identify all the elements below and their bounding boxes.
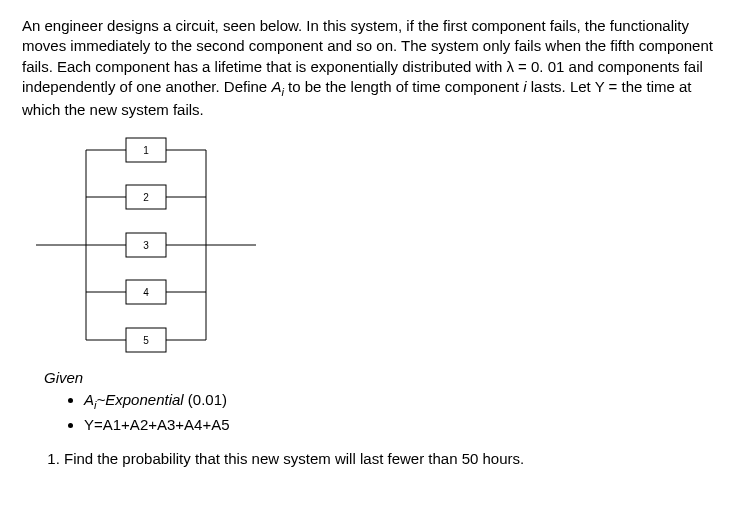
circuit-svg: 1 2 3 4 5 <box>36 130 256 360</box>
problem-text-part: to be the length of time component <box>284 78 523 95</box>
given-item: Y=A1+A2+A3+A4+A5 <box>84 415 723 435</box>
given-block: Given Ai~Exponential (0.01) Y=A1+A2+A3+A… <box>44 368 723 435</box>
given-item: Ai~Exponential (0.01) <box>84 390 723 413</box>
var-A: A <box>271 78 281 95</box>
question-list: Find the probability that this new syste… <box>44 449 723 469</box>
given-Y: Y=A1+A2+A3+A4+A5 <box>84 416 230 433</box>
circuit-diagram: 1 2 3 4 5 <box>36 130 723 360</box>
component-label: 2 <box>143 192 149 203</box>
question-item: Find the probability that this new syste… <box>64 449 723 469</box>
component-label: 3 <box>143 240 149 251</box>
given-A: A <box>84 391 94 408</box>
component-label: 1 <box>143 145 149 156</box>
problem-statement: An engineer designs a circuit, seen belo… <box>22 16 723 120</box>
given-dist: ~Exponential <box>97 391 184 408</box>
component-label: 5 <box>143 335 149 346</box>
component-label: 4 <box>143 287 149 298</box>
given-title: Given <box>44 368 723 388</box>
given-list: Ai~Exponential (0.01) Y=A1+A2+A3+A4+A5 <box>84 390 723 434</box>
given-param: (0.01) <box>184 391 227 408</box>
